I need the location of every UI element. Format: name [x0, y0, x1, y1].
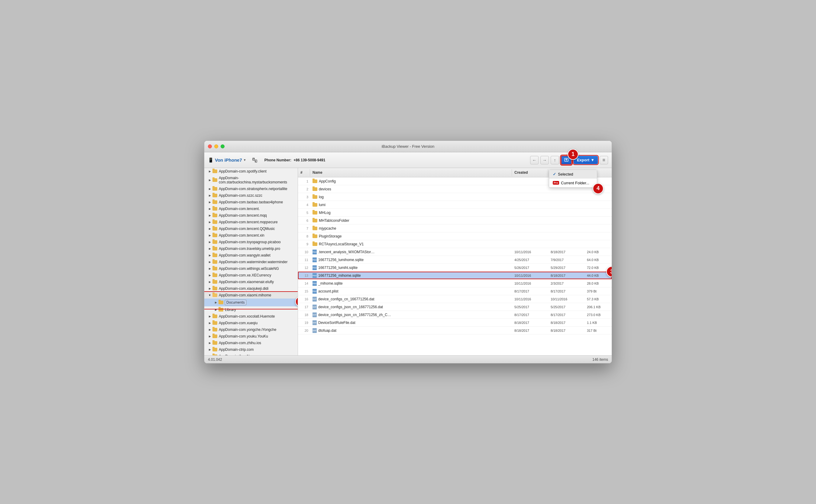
sidebar-item-wangyin[interactable]: ▶ AppDomain-com.wangyin.wallet [204, 252, 298, 259]
sidebar-item-waterminder[interactable]: ▶ AppDomain-com.waterminder.waterminder [204, 259, 298, 265]
sidebar-item-spotify[interactable]: ▶ AppDomain-com.spotify.client [204, 168, 298, 175]
table-row[interactable]: 12 FILE166771256_lumiht.sqlite 5/26/2017… [298, 264, 612, 272]
sidebar-item-szzc[interactable]: ▶ AppDomain-com.szzc.szzc [204, 192, 298, 199]
table-row[interactable]: 5 MHLog [298, 209, 612, 217]
sidebar-item-starbucks[interactable]: ▶ AppDomain-com.starbuckschina.mystarbuc… [204, 175, 298, 186]
back-icon: ← [532, 158, 536, 163]
toolbar-right: ← → ↑ 1 Export ▼ [530, 156, 608, 165]
folder-icon [212, 187, 217, 191]
table-row[interactable]: 18 DATdevice_configs_json_cn_166771256_z… [298, 311, 612, 319]
expand-arrow: ▶ [208, 267, 212, 270]
expand-arrow: ▶ [208, 341, 212, 345]
forward-icon: → [542, 158, 547, 163]
expand-arrow: ▶ [208, 234, 212, 237]
folder-icon [212, 267, 217, 270]
file-icon: DAT [312, 320, 317, 325]
folder-icon [212, 328, 217, 331]
table-row[interactable]: 20 DATdtofuap.dat 8/18/2017 8/18/2017 31… [298, 327, 612, 334]
table-row[interactable]: 9 RCTAsyncLocalStorage_V1 [298, 240, 612, 248]
export-selected-item[interactable]: ✓ Selected [549, 170, 597, 179]
expand-arrow: ▶ [208, 178, 212, 182]
forward-button[interactable]: → [540, 156, 549, 164]
folder-icon [312, 195, 317, 199]
folder-icon [312, 203, 317, 207]
sidebar-item-ifengnews[interactable]: ▶ AppDomain-ifengNews [204, 353, 298, 355]
export-current-folder-item[interactable]: Pro Current Folder... [549, 179, 597, 187]
folder-icon [212, 240, 217, 244]
table-row-selected[interactable]: 13 FILE166771256_mihome.sqlite 10/11/201… [298, 272, 612, 279]
refresh-button[interactable] [250, 155, 260, 165]
folder-icon [212, 287, 217, 290]
table-row[interactable]: 15 FILEaccount.plist 8/17/2017 8/17/2017… [298, 287, 612, 295]
sidebar-item-stratospherix[interactable]: ▶ AppDomain-com.stratospherix.netportall… [204, 186, 298, 192]
sidebar-item-taobao[interactable]: ▶ AppDomain-com.taobao.taobao4iphone [204, 199, 298, 205]
sidebar-item-umetrip[interactable]: ▶ AppDomain-com.travelsky.umetrip.pro [204, 245, 298, 252]
table-row[interactable]: 16 DATdevice_configs_cn_166771256.dat 10… [298, 295, 612, 303]
expand-arrow: ▶ [208, 194, 212, 197]
sidebar-item-qqmusic[interactable]: ▶ AppDomain-com.tencent.QQMusic [204, 225, 298, 232]
expand-arrow: ▶ [208, 240, 212, 244]
table-row[interactable]: 7 mjypcache [298, 225, 612, 232]
sidebar-item-youku[interactable]: ▶ AppDomain-com.youku.YouKu [204, 333, 298, 340]
traffic-lights [208, 144, 225, 148]
table-row[interactable]: 17 DATdevice_configs_json_cn_166771256.d… [298, 303, 612, 311]
export-dropdown: ✓ Selected Pro Current Folder... 4 [549, 170, 597, 188]
sidebar-item-zhihu[interactable]: ▶ AppDomain-com.zhihu.ios [204, 340, 298, 346]
table-row[interactable]: 4 lumi [298, 201, 612, 209]
up-button[interactable]: ↑ [551, 156, 559, 164]
table-row[interactable]: 10 FILE.tencent_analysis_WXOMTAStor… 10/… [298, 248, 612, 256]
table-row[interactable]: 19 DATDeviceSortRuleFile.dat 8/18/2017 8… [298, 319, 612, 327]
maximize-button[interactable] [221, 144, 225, 148]
sidebar-item-library[interactable]: ▶ Library [204, 306, 298, 313]
folder-icon [212, 348, 217, 351]
table-row[interactable]: 11 FILE166771256_lumihome.sqlite 4/25/20… [298, 256, 612, 264]
device-selector[interactable]: 📱 Von iPhone7 ▼ [208, 157, 246, 163]
table-row[interactable]: 14 FILE_mihome.sqlite 10/11/2016 2/3/201… [298, 279, 612, 287]
sidebar-item-xe[interactable]: ▶ AppDomain-com.xe.XECurrency [204, 272, 298, 279]
sidebar-item-ctrip[interactable]: ▶ AppDomain-ctrip.com [204, 346, 298, 353]
minimize-button[interactable] [214, 144, 218, 148]
menu-button[interactable]: ≡ [600, 156, 608, 164]
file-icon: FILE [312, 289, 317, 294]
table-row[interactable]: 8 PluginStorage [298, 232, 612, 240]
chevron-down-icon: ▼ [243, 158, 246, 162]
export-icon-button[interactable] [561, 156, 572, 165]
sidebar-item-yongche[interactable]: ▶ AppDomain-com.yongche.iYongche [204, 326, 298, 333]
table-row[interactable]: 3 log [298, 193, 612, 201]
expand-arrow: ▶ [208, 287, 212, 290]
expand-arrow: ▶ [208, 207, 212, 211]
sidebar-item-mihome[interactable]: ▼ AppDomain-com.xiaomi.mihome 2 [204, 292, 298, 299]
sidebar-item-huemote[interactable]: ▶ AppDomain-com.xocolatl.Huemote [204, 313, 298, 320]
expand-arrow: ▶ [208, 328, 212, 331]
sidebar-item-mqq[interactable]: ▶ AppDomain-com.tencent.mqq [204, 212, 298, 219]
sidebar-item-documents[interactable]: ▶ Documents [204, 299, 298, 306]
back-button[interactable]: ← [530, 156, 539, 164]
table-row[interactable]: 6 MHTabIconsFolder [298, 217, 612, 225]
sidebar-item-picaboo[interactable]: ▶ AppDomain-com.toyopagroup.picaboo [204, 239, 298, 245]
up-icon: ↑ [554, 158, 556, 163]
expand-arrow: ▶ [208, 260, 212, 264]
sidebar-item-xin[interactable]: ▶ AppDomain-com.tencent.xin [204, 232, 298, 239]
sidebar-item-mqqsecure[interactable]: ▶ AppDomain-com.tencent.mqqsecure [204, 219, 298, 225]
folder-icon [312, 234, 317, 238]
pro-badge: Pro [553, 181, 559, 185]
file-list: # Name Created 1 AppConfig 2 devices [298, 168, 612, 355]
sidebar-item-elufly[interactable]: ▶ AppDomain-com.xiaomenair.elufly [204, 279, 298, 285]
phone-number-label: Phone Number: +86 139-5008-9491 [264, 158, 325, 162]
close-button[interactable] [208, 144, 212, 148]
sidebar-item-tencent[interactable]: ▶ AppDomain-com.tencent. [204, 205, 298, 212]
folder-icon [212, 207, 217, 211]
expand-arrow: ▶ [208, 354, 212, 355]
export-button[interactable]: Export ▼ [574, 156, 598, 164]
sidebar-item-didi[interactable]: ▶ AppDomain-com.xiaojukeji.didi [204, 285, 298, 292]
sidebar-item-withings[interactable]: ▶ AppDomain-com.withings.wiScaleNG [204, 265, 298, 272]
version-label: 4.01.042 [208, 357, 222, 362]
folder-icon [212, 247, 217, 250]
expand-arrow: ▶ [208, 227, 212, 231]
file-icon: DAT [312, 312, 317, 317]
folder-icon [212, 227, 217, 231]
device-name: Von iPhone7 [215, 157, 242, 163]
sidebar: ▶ AppDomain-com.spotify.client ▶ AppDoma… [204, 168, 298, 355]
menu-icon: ≡ [602, 157, 605, 163]
sidebar-item-xueqiu[interactable]: ▶ AppDomain-com.xueqiu [204, 320, 298, 326]
